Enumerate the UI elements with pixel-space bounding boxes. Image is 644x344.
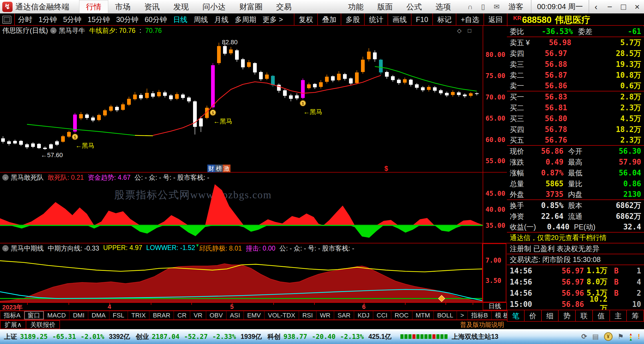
linked-quote-button[interactable]: 关联报价 (26, 320, 60, 329)
toolbar-button-F10[interactable]: F10 (411, 13, 432, 26)
indicator-tab-EMV[interactable]: EMV (244, 311, 265, 320)
indicator-tab-CR[interactable]: CR (174, 311, 190, 320)
index-quote-上证[interactable]: 上证3189.25-65.31-2.01%3392亿 (0, 332, 132, 341)
period-日线[interactable]: 日线 (173, 15, 187, 24)
indicator-tab-KDJ[interactable]: KDJ (354, 311, 373, 320)
period-15分钟[interactable]: 15分钟 (88, 15, 110, 24)
toolbar-button-画线[interactable]: 画线 (388, 13, 411, 26)
indicator-tab-RSI[interactable]: RSI (299, 311, 317, 320)
indicator-tab-MACD[interactable]: MACD (44, 311, 70, 320)
menu-item-发现[interactable]: 发现 (166, 0, 196, 13)
menu-item-功能[interactable]: 功能 (341, 0, 370, 13)
indicator-tab-窗口[interactable]: 窗口 (24, 311, 44, 320)
period-1分钟[interactable]: 1分钟 (39, 15, 57, 24)
bid-row[interactable]: 买三56.804.5万 (507, 113, 644, 124)
tick-tab-价[interactable]: 价 (525, 310, 542, 322)
tick-tab-值[interactable]: 值 (593, 310, 610, 322)
tick-tab-主[interactable]: 主 (610, 310, 627, 322)
period-5分钟[interactable]: 5分钟 (63, 15, 81, 24)
hot-rank-badge[interactable]: 财榜激 (207, 165, 230, 172)
document-icon[interactable]: ▤ (592, 333, 599, 341)
period-分时[interactable]: 分时 (18, 15, 32, 24)
alert-icon[interactable]: ! (638, 333, 640, 341)
indicator-tab-BRAR[interactable]: BRAR (149, 311, 174, 320)
indicator-tab-指标B[interactable]: 指标B (468, 311, 492, 320)
menu-item-交易[interactable]: 交易 (269, 0, 298, 13)
back-button[interactable]: ‹ (589, 0, 603, 13)
maximize-button[interactable]: □ (617, 0, 630, 13)
candlestick-chart[interactable]: $←黑马$←黑马$←黑马82.80←57.60 (0, 35, 483, 165)
close-button[interactable]: × (630, 0, 644, 13)
toolbar-button-叠加[interactable]: 叠加 (317, 13, 341, 26)
toolbar-button-返回[interactable]: 返回 (483, 13, 507, 26)
server-name[interactable]: 上海双线主站13 (452, 332, 498, 341)
indicator-tab-CCI[interactable]: CCI (373, 311, 391, 320)
bid-row[interactable]: 买四56.7818.2万 (507, 124, 644, 135)
indicator-tab-MTM[interactable]: MTM (412, 311, 434, 320)
tick-tab-笔[interactable]: 笔 (507, 310, 525, 322)
toolbar-button-复权[interactable]: 复权 (294, 13, 317, 26)
promo-banner[interactable]: 通达信，仅需20元查看千档行情 (507, 233, 644, 243)
midterm-indicator-chart[interactable] (0, 253, 483, 302)
indicator-name[interactable]: 黑马寻牛 (59, 26, 85, 35)
diamond-icon[interactable]: ◇ (457, 27, 462, 34)
toolbar-button-标记[interactable]: 标记 (432, 13, 456, 26)
indicator-tab-DMA[interactable]: DMA (88, 311, 109, 320)
pane2-name[interactable]: 黑马敢死队 (11, 173, 44, 182)
phone-icon[interactable]: ▯ (481, 3, 485, 11)
mail-icon[interactable]: ✉ (494, 3, 500, 11)
ask-row[interactable]: 卖三56.8819.3万 (507, 59, 644, 70)
bid-row[interactable]: 买五56.762.3万 (507, 135, 644, 146)
toolbar-button-多股[interactable]: 多股 (341, 13, 364, 26)
ask-row[interactable]: 卖二56.8710.8万 (507, 70, 644, 81)
minimize-button[interactable]: − (603, 0, 617, 13)
period-30分钟[interactable]: 30分钟 (116, 15, 139, 24)
toolbar-button-统计[interactable]: 统计 (364, 13, 388, 26)
fund-indicator-chart[interactable]: 股票指标公式网www.gpzbgs.com (0, 182, 483, 243)
help-link[interactable]: 普及版功能说明 (460, 320, 507, 329)
chevron-down-icon[interactable]: ⌄ (2, 174, 9, 181)
period-周线[interactable]: 周线 (194, 15, 208, 24)
indicator-tab-DMI[interactable]: DMI (69, 311, 88, 320)
expand-button[interactable]: 扩展∧ (0, 320, 26, 329)
menu-item-版面[interactable]: 版面 (370, 0, 400, 13)
indicator-tab-ROC[interactable]: ROC (391, 311, 412, 320)
indicator-tab-BOLL[interactable]: BOLL (434, 311, 457, 320)
indicator-tab->[interactable]: > (457, 311, 468, 320)
indicator-tab-OBV[interactable]: OBV (206, 311, 226, 320)
ask-row[interactable]: 卖四56.9728.5万 (507, 48, 644, 59)
menu-item-行情[interactable]: 行情 (79, 0, 108, 13)
ask-row[interactable]: 卖一56.860.6万 (507, 81, 644, 91)
app-logo-icon[interactable]: ↯ (2, 2, 13, 12)
bid-row[interactable]: 买二56.812.3万 (507, 102, 644, 113)
tick-tab-联[interactable]: 联 (576, 310, 593, 322)
menu-item-选项[interactable]: 选项 (429, 0, 458, 13)
tick-tab-细[interactable]: 细 (542, 310, 559, 322)
menu-item-财富圈[interactable]: 财富圈 (232, 0, 269, 13)
pane3-name[interactable]: 黑马中期线 (11, 244, 44, 253)
menu-item-问小达[interactable]: 问小达 (196, 0, 232, 13)
refresh-icon[interactable]: ⟳ (581, 333, 587, 341)
period-更多 >[interactable]: 更多 > (262, 15, 283, 24)
index-quote-科创[interactable]: 科创938.77-20.40-2.13%425.1亿 (264, 332, 393, 341)
bid-row[interactable]: 买一56.832.8万 (507, 91, 644, 102)
index-quote-创业[interactable]: 创业2187.04-52.27-2.33%1939亿 (132, 332, 263, 341)
flag-icon[interactable]: ⚑ (618, 333, 624, 341)
window-mode-icon[interactable]: □ (468, 27, 471, 34)
ask-row[interactable]: 卖五¥56.985.7万 (507, 37, 644, 48)
user-label[interactable]: 游客 (509, 2, 523, 12)
menu-item-资讯[interactable]: 资讯 (137, 0, 166, 13)
indicator-tab-指标A[interactable]: 指标A (0, 311, 24, 320)
period-月线[interactable]: 月线 (214, 15, 228, 24)
indicator-tab-SAR[interactable]: SAR (334, 311, 354, 320)
coin-icon[interactable]: ¥ (604, 332, 613, 341)
chevron-down-icon[interactable]: ⌄ (50, 27, 57, 34)
indicator-tab-VOL-TDX[interactable]: VOL-TDX (264, 311, 299, 320)
menu-item-市场[interactable]: 市场 (108, 0, 137, 13)
tick-tab-筹[interactable]: 筹 (627, 310, 644, 322)
tick-tab-势[interactable]: 势 (559, 310, 576, 322)
indicator-tab-ASI[interactable]: ASI (226, 311, 244, 320)
indicator-tab-TRIX[interactable]: TRIX (128, 311, 149, 320)
period-多周期[interactable]: 多周期 (235, 15, 256, 24)
menu-item-公式[interactable]: 公式 (400, 0, 429, 13)
